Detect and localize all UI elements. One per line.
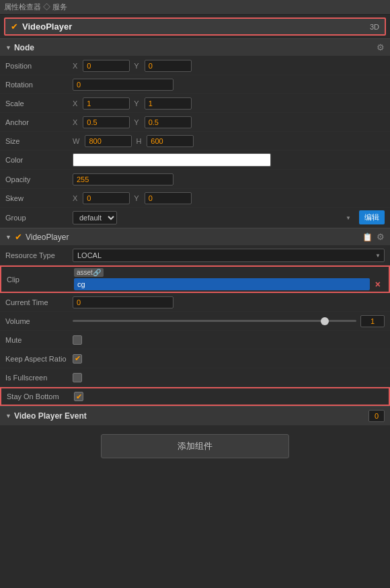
keep-aspect-ratio-value: ✔ xyxy=(73,354,385,364)
resource-type-row: Resource Type LOCAL xyxy=(0,246,390,265)
current-time-row: Current Time xyxy=(0,293,390,312)
is-fullscreen-checkbox[interactable] xyxy=(73,373,82,382)
anchor-label: Anchor xyxy=(5,118,73,126)
node-section-title: ▼ Node xyxy=(5,43,34,52)
current-time-label: Current Time xyxy=(5,298,73,306)
anchor-y-input[interactable] xyxy=(145,116,192,128)
size-row: Size W H xyxy=(0,132,390,151)
anchor-value: X Y xyxy=(73,116,385,128)
resource-type-select[interactable]: LOCAL xyxy=(73,249,385,262)
mute-value xyxy=(73,335,385,345)
position-row: Position X Y xyxy=(0,56,390,75)
position-x-input[interactable] xyxy=(83,60,130,72)
color-swatch[interactable] xyxy=(73,153,271,167)
opacity-input[interactable] xyxy=(73,173,173,185)
position-y-input[interactable] xyxy=(145,60,192,72)
vp-section-header: ▼ ✔ VideoPlayer 📋 ⚙ xyxy=(0,228,390,246)
clip-inner: asset🔗 × xyxy=(74,268,383,290)
node-gear-icon[interactable]: ⚙ xyxy=(377,42,385,52)
skew-row: Skew X Y xyxy=(0,189,390,208)
resource-type-select-wrapper: LOCAL xyxy=(73,249,385,262)
video-event-title: ▼ Video Player Event xyxy=(5,411,87,421)
scale-y-input[interactable] xyxy=(145,97,192,110)
is-fullscreen-value xyxy=(73,373,385,382)
skew-y-input[interactable] xyxy=(145,192,192,204)
current-time-input[interactable] xyxy=(73,296,173,308)
vp-title-label: VideoPlayer xyxy=(26,233,69,242)
size-label: Size xyxy=(5,137,73,145)
group-value: default 编辑 xyxy=(73,210,385,224)
component-checkmark: ✔ xyxy=(11,22,18,32)
color-row: Color xyxy=(0,151,390,170)
anchor-x-label: X xyxy=(73,118,77,126)
position-label: Position xyxy=(5,62,73,70)
size-h-label: H xyxy=(136,137,141,145)
clip-clear-button[interactable]: × xyxy=(373,279,383,290)
node-section-header: ▼ Node ⚙ xyxy=(0,38,390,56)
size-w-input[interactable] xyxy=(85,135,132,147)
mute-row: Mute xyxy=(0,331,390,349)
group-select-wrapper: default xyxy=(73,211,355,224)
stay-on-bottom-value: ✔ xyxy=(74,392,383,401)
vp-gear-icon[interactable]: ⚙ xyxy=(377,232,385,242)
scale-value: X Y xyxy=(73,97,385,110)
skew-label: Skew xyxy=(5,194,73,202)
size-h-input[interactable] xyxy=(147,135,194,147)
volume-slider[interactable] xyxy=(73,320,356,322)
volume-label: Volume xyxy=(5,317,73,325)
current-time-value xyxy=(73,296,385,308)
scale-row: Scale X Y xyxy=(0,94,390,113)
node-triangle-icon: ▼ xyxy=(5,44,11,51)
volume-number-input[interactable] xyxy=(360,315,385,327)
is-fullscreen-label: Is Fullscreen xyxy=(5,374,73,382)
color-value[interactable] xyxy=(73,153,385,167)
skew-y-label: Y xyxy=(134,194,139,202)
vp-title-row: ▼ ✔ VideoPlayer xyxy=(5,232,69,242)
video-event-label: Video Player Event xyxy=(14,411,87,421)
scale-x-label: X xyxy=(73,99,77,108)
vp-copy-icon[interactable]: 📋 xyxy=(362,233,373,242)
node-title-label: Node xyxy=(14,43,34,52)
opacity-value xyxy=(73,173,385,185)
group-label: Group xyxy=(5,214,73,222)
clip-input[interactable] xyxy=(74,278,370,290)
anchor-row: Anchor X Y xyxy=(0,113,390,132)
clip-label: Clip xyxy=(7,276,74,284)
vp-checkmark[interactable]: ✔ xyxy=(15,232,22,242)
add-component-button[interactable]: 添加组件 xyxy=(101,434,289,458)
stay-on-bottom-checkbox[interactable]: ✔ xyxy=(74,392,83,401)
position-value: X Y xyxy=(73,60,385,72)
top-bar: 属性检查器 ◇ 服务 xyxy=(0,0,390,15)
position-y-label: Y xyxy=(134,62,139,70)
anchor-x-input[interactable] xyxy=(83,116,130,128)
mute-label: Mute xyxy=(5,336,73,344)
anchor-y-label: Y xyxy=(134,118,139,126)
video-event-count: 0 xyxy=(368,410,385,422)
clip-asset-row: asset🔗 xyxy=(74,268,383,277)
scale-y-label: Y xyxy=(134,99,139,108)
video-event-section-header: ▼ Video Player Event 0 xyxy=(0,406,390,426)
stay-on-bottom-label: Stay On Bottom xyxy=(7,392,74,401)
mute-checkbox[interactable] xyxy=(73,335,82,345)
group-edit-button[interactable]: 编辑 xyxy=(359,210,385,224)
volume-slider-row xyxy=(73,315,385,327)
rotation-row: Rotation xyxy=(0,75,390,94)
rotation-label: Rotation xyxy=(5,81,73,89)
scale-x-input[interactable] xyxy=(83,97,130,110)
clip-label-row: × xyxy=(74,278,383,290)
keep-aspect-ratio-row: Keep Aspect Ratio ✔ xyxy=(0,349,390,368)
vp-icons: 📋 ⚙ xyxy=(362,232,385,242)
size-w-label: W xyxy=(73,137,79,145)
group-select[interactable]: default xyxy=(73,211,117,224)
component-name-bar: ✔ VideoPlayer 3D xyxy=(4,17,386,36)
video-event-triangle-icon: ▼ xyxy=(5,413,11,419)
rotation-input[interactable] xyxy=(73,79,173,91)
vp-triangle-icon: ▼ xyxy=(5,234,11,241)
group-row: Group default 编辑 xyxy=(0,208,390,228)
skew-value: X Y xyxy=(73,192,385,204)
skew-x-input[interactable] xyxy=(83,192,130,204)
stay-on-bottom-row: Stay On Bottom ✔ xyxy=(0,387,390,406)
color-label: Color xyxy=(5,156,73,164)
volume-value xyxy=(73,315,385,327)
keep-aspect-ratio-checkbox[interactable]: ✔ xyxy=(73,354,82,364)
